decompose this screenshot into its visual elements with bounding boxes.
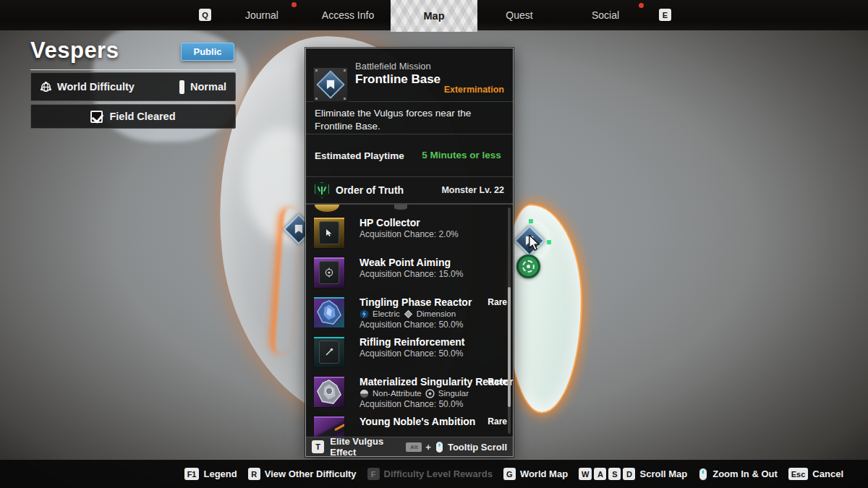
tooltip-footer: T Elite Vulgus Effect Alt + Tooltip Scro… <box>306 437 513 456</box>
weapon-item-icon <box>313 416 345 437</box>
tab-label: Social <box>592 9 619 21</box>
playtime-label: Estimated Playtime <box>315 150 404 161</box>
rarity-badge: Rare <box>488 297 507 307</box>
item-name: Young Noble's Ambition <box>359 416 482 427</box>
cycle-right-key: E <box>659 9 671 21</box>
item-name: Tingling Phase Reactor <box>359 296 482 308</box>
d-key: D <box>623 468 635 480</box>
reactor-item-icon <box>313 376 345 408</box>
r-key: R <box>248 468 260 480</box>
tab-map-selected[interactable]: Map <box>391 0 477 32</box>
item-chance: Acquisition Chance: 50.0% <box>359 348 482 359</box>
playtime-row: Estimated Playtime 5 Minutes or less <box>306 134 513 177</box>
dimension-attribute-icon <box>404 309 413 319</box>
tab-access-info[interactable]: Access Info <box>315 0 381 30</box>
item-name: Weak Point Aiming <box>359 257 482 268</box>
world-difficulty-label: World Difficulty <box>57 81 135 93</box>
silver-crystal-glyph <box>315 378 343 406</box>
blue-crystal-glyph <box>315 299 343 326</box>
reward-item-row: Weak Point Aiming Acquisition Chance: 15… <box>313 257 507 293</box>
rarity-badge: Rare <box>488 416 507 427</box>
hint-label: Scroll Map <box>639 468 687 479</box>
hint-legend: F1 Legend <box>184 468 237 480</box>
mission-type-label: Battlefield Mission <box>355 61 431 72</box>
list-scrollbar[interactable] <box>508 207 511 434</box>
item-chance: Acquisition Chance: 2.0% <box>359 229 482 240</box>
tab-label: Access Info <box>322 9 374 21</box>
item-attributes: Non-Attribute Singular <box>359 388 482 398</box>
hint-scroll-map: W A S D Scroll Map <box>579 468 687 480</box>
esc-key: Esc <box>788 468 809 480</box>
mouse-scroll-icon <box>698 467 708 481</box>
faction-row: Order of Truth Monster Lv. 22 <box>306 177 513 205</box>
scrollbar-thumb[interactable] <box>508 287 511 407</box>
objective-marker-icon[interactable] <box>516 254 540 278</box>
banner-icon <box>295 225 303 234</box>
tooltip-scroll-label: Tooltip Scroll <box>448 442 507 453</box>
mouse-cursor-icon <box>528 235 542 251</box>
module-card <box>319 261 339 284</box>
top-menu-bar: Q Journal Access Info Map Quest Social E <box>0 0 868 30</box>
faction-emblem <box>321 187 323 194</box>
tab-quest[interactable]: Quest <box>498 0 540 30</box>
w-key: W <box>579 468 592 480</box>
attribute-label: Singular <box>438 388 469 398</box>
item-name: HP Collector <box>359 217 482 228</box>
hint-cancel: Esc Cancel <box>788 468 843 480</box>
rifling-reinforcement-glyph <box>324 347 334 357</box>
objective-inner-ring <box>522 260 535 273</box>
f1-key: F1 <box>184 468 200 480</box>
divider <box>30 69 236 70</box>
battlefield-mission-icon <box>316 70 345 99</box>
hint-label: Zoom In & Out <box>712 468 778 479</box>
item-attributes: Electric Dimension <box>359 309 482 319</box>
mission-title: Frontline Base <box>355 72 441 87</box>
singular-attribute-icon <box>425 389 435 398</box>
hint-label: World Map <box>520 468 568 479</box>
notification-dot <box>292 2 297 7</box>
elite-effect-key: T <box>312 440 324 453</box>
rifle-glyph <box>313 420 345 437</box>
mission-category: Extermination <box>444 85 504 95</box>
g-key: G <box>503 468 516 480</box>
field-cleared-status: Field Cleared <box>30 104 236 129</box>
world-difficulty-value: Normal <box>190 81 226 93</box>
mission-header: Battlefield Mission Frontline Base Exter… <box>306 48 513 102</box>
hint-label: Cancel <box>812 468 843 479</box>
item-name: Materialized Singularity Reactor <box>359 376 482 388</box>
scrolled-item-fragment <box>315 205 339 212</box>
playtime-value: 5 Minutes or less <box>419 149 504 162</box>
module-item-icon <box>313 336 345 368</box>
ring-tick <box>547 240 551 244</box>
region-info-panel: Vespers Public World Difficulty Normal F… <box>30 38 236 129</box>
hint-zoom-in-out: Zoom In & Out <box>698 467 778 481</box>
checkbox-checked-icon <box>90 111 103 123</box>
difficulty-level-bar-icon <box>179 80 184 94</box>
reward-item-row: HP Collector Acquisition Chance: 2.0% <box>313 217 507 253</box>
module-card <box>319 341 339 364</box>
hint-label: Legend <box>203 468 237 479</box>
order-of-truth-icon <box>315 182 329 198</box>
electric-attribute-icon <box>359 309 369 319</box>
a-key: A <box>594 468 606 480</box>
rarity-badge: Rare <box>488 377 507 387</box>
key-hint-bar: F1 Legend R View Other Difficulty F Diff… <box>0 460 868 488</box>
tab-journal[interactable]: Journal <box>238 0 286 30</box>
tab-social[interactable]: Social <box>584 0 626 30</box>
mouse-scroll-icon <box>435 440 444 454</box>
attribute-label: Non-Attribute <box>373 388 422 398</box>
item-chance: Acquisition Chance: 50.0% <box>359 320 482 330</box>
attribute-label: Dimension <box>417 309 456 319</box>
reactor-item-icon <box>313 296 345 328</box>
non-attribute-icon <box>359 389 369 398</box>
mission-tooltip-panel: Battlefield Mission Frontline Base Exter… <box>305 48 514 457</box>
monster-level: Monster Lv. 22 <box>441 185 504 195</box>
world-difficulty-selector[interactable]: World Difficulty Normal <box>30 72 236 101</box>
f-key: F <box>367 468 380 480</box>
item-chance: Acquisition Chance: 50.0% <box>359 399 482 410</box>
hint-label: View Other Difficulty <box>265 468 357 479</box>
world-difficulty-icon <box>40 81 52 93</box>
weak-point-aiming-glyph <box>324 267 334 278</box>
tab-label: Quest <box>506 9 532 21</box>
module-card <box>319 221 339 244</box>
